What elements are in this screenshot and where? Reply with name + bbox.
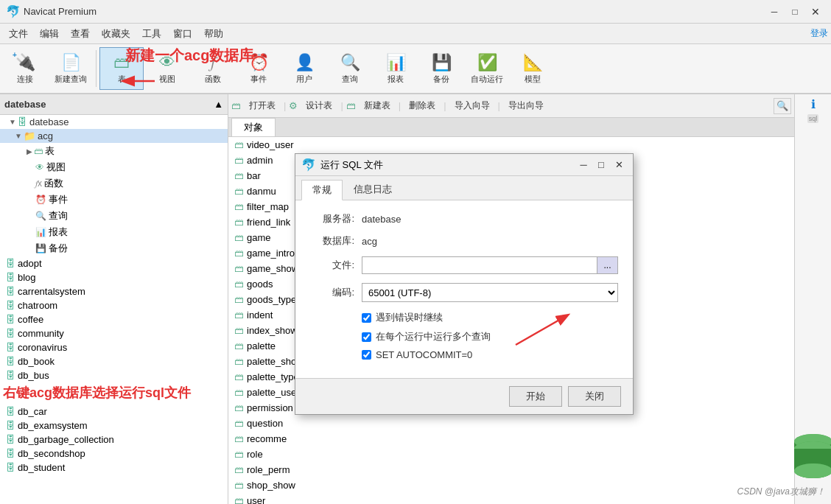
tree-acg-backup[interactable]: 💾 备份 (0, 240, 228, 256)
info-icon[interactable]: ℹ (811, 97, 816, 111)
delete-table-button[interactable]: 删除表 (404, 97, 441, 114)
menu-view[interactable]: 查看 (65, 25, 96, 43)
list-item-shop-show[interactable]: 🗃 shop_show (228, 477, 794, 493)
encoding-select[interactable]: 65001 (UTF-8) (362, 283, 618, 302)
menu-edit[interactable]: 编辑 (34, 25, 65, 43)
new-query-button[interactable]: 📄 新建查询 (49, 47, 93, 90)
autorun-button[interactable]: ✅ 自动运行 (465, 47, 509, 90)
table-item-icon: 🗃 (234, 139, 244, 150)
table-item-label: permission (247, 402, 293, 413)
list-item[interactable]: 🗃 role_perm (228, 462, 794, 477)
menu-favorites[interactable]: 收藏夹 (96, 25, 136, 43)
table-item-label: palette_user (247, 387, 300, 398)
menu-window[interactable]: 窗口 (167, 25, 198, 43)
report-button[interactable]: 📊 报表 (374, 47, 418, 90)
dialog-tab-general[interactable]: 常规 (301, 180, 343, 200)
model-button[interactable]: 📐 模型 (511, 47, 555, 90)
close-dialog-button[interactable]: 关闭 (568, 386, 621, 407)
design-table-button[interactable]: 设计表 (301, 97, 337, 114)
list-item[interactable]: 🗃 role (228, 447, 794, 462)
tree-coffee[interactable]: 🗄 coffee (0, 312, 228, 326)
file-browse-button[interactable]: ... (597, 256, 618, 274)
backup-button[interactable]: 💾 备份 (419, 47, 463, 90)
tree-db-examsystem[interactable]: 🗄 db_examsystem (0, 419, 228, 433)
tree-db-secondshop[interactable]: 🗄 db_secondshop (0, 447, 228, 461)
run-multiple-queries-checkbox[interactable] (362, 332, 371, 342)
event-tree-icon: ⏰ (35, 195, 46, 205)
tree-acg-view[interactable]: 👁 视图 (0, 159, 228, 175)
dialog-close-button[interactable]: ✕ (611, 157, 627, 173)
db-book-icon: 🗄 (6, 356, 15, 367)
autocommit-checkbox[interactable] (362, 350, 371, 360)
tree-chatroom[interactable]: 🗄 chatroom (0, 298, 228, 312)
user-button[interactable]: 👤 用户 (282, 47, 326, 90)
tree-acg[interactable]: ▼ 📁 acg (0, 129, 228, 143)
table-button[interactable]: 🗃 表 (99, 47, 144, 90)
minimize-button[interactable]: ─ (765, 5, 784, 18)
list-item[interactable]: 🗃 recomme (228, 431, 794, 447)
db-3d-icon (791, 433, 832, 486)
table-item-icon: 🗃 (234, 464, 244, 475)
coffee-db-icon: 🗄 (6, 314, 15, 325)
tree-table-label: 表 (45, 144, 55, 158)
event-label: 事件 (250, 74, 267, 85)
new-table-button[interactable]: 新建表 (359, 97, 396, 114)
function-button[interactable]: 𝑓 函数 (191, 47, 235, 90)
backup-tree-icon: 💾 (35, 243, 46, 253)
tree-community[interactable]: 🗄 community (0, 326, 228, 340)
sidebar-collapse-icon[interactable]: ▲ (214, 99, 223, 110)
tree-db-book[interactable]: 🗄 db_book (0, 354, 228, 368)
connect-button[interactable]: 🔌 连接 + (3, 47, 47, 90)
tree-db-bus[interactable]: 🗄 db_bus (0, 368, 228, 382)
dialog-tab-log[interactable]: 信息日志 (343, 179, 403, 200)
checkbox-row-3: SET AUTOCOMMIT=0 (310, 349, 618, 360)
expand-datebase-icon[interactable]: ▼ (9, 118, 16, 126)
tree-acg-table[interactable]: ▶ 🗃 表 (0, 143, 228, 159)
tree-acg-report[interactable]: 📊 报表 (0, 224, 228, 240)
import-wizard-button[interactable]: 导入向导 (449, 97, 495, 114)
close-button[interactable]: ✕ (806, 5, 825, 18)
object-tab[interactable]: 对象 (231, 118, 276, 136)
dialog-minimize-button[interactable]: ─ (575, 157, 592, 173)
event-button[interactable]: ⏰ 事件 (236, 47, 281, 90)
search-button[interactable]: 🔍 (774, 98, 791, 114)
menu-tools[interactable]: 工具 (136, 25, 167, 43)
tree-acg-event[interactable]: ⏰ 事件 (0, 192, 228, 208)
open-table-button[interactable]: 打开表 (244, 97, 281, 114)
tree-acg-func[interactable]: 𝑓x 函数 (0, 175, 228, 192)
table-item-icon: 🗃 (234, 449, 244, 460)
tree-coffee-label: coffee (18, 314, 43, 325)
db-student-icon: 🗄 (6, 462, 15, 473)
list-item[interactable]: 🗃 user (228, 493, 794, 504)
view-button[interactable]: 👁 视图 (145, 47, 189, 90)
menu-file[interactable]: 文件 (3, 25, 34, 43)
tree-adopt[interactable]: 🗄 adopt (0, 256, 228, 270)
expand-table-icon[interactable]: ▶ (27, 147, 32, 155)
list-item[interactable]: 🗃 video_user (228, 137, 794, 153)
table-item-icon: 🗃 (234, 294, 244, 305)
menu-help[interactable]: 帮助 (198, 25, 229, 43)
maximize-button[interactable]: □ (785, 5, 804, 18)
tree-carrentalsystem[interactable]: 🗄 carrentalsystem (0, 284, 228, 298)
expand-acg-icon[interactable]: ▼ (15, 132, 22, 140)
tree-acg-query[interactable]: 🔍 查询 (0, 208, 228, 224)
login-link[interactable]: 登录 (810, 27, 828, 40)
tree-func-label: 函数 (44, 177, 63, 190)
table-item-label: user (247, 495, 265, 504)
query-button[interactable]: 🔍 查询 (328, 47, 372, 90)
dialog-maximize-button[interactable]: □ (593, 157, 609, 173)
tree-db-bus-label: db_bus (18, 370, 49, 381)
start-button[interactable]: 开始 (509, 386, 562, 407)
tree-db-car[interactable]: 🗄 db_car (0, 405, 228, 419)
tree-blog[interactable]: 🗄 blog (0, 270, 228, 284)
tree-db-garbage[interactable]: 🗄 db_garbage_collection (0, 433, 228, 447)
file-input[interactable] (362, 256, 597, 274)
tree-db-secondshop-label: db_secondshop (18, 448, 85, 459)
table-item-label: palette (247, 340, 276, 351)
export-wizard-button[interactable]: 导出向导 (503, 97, 549, 114)
list-item[interactable]: 🗃 question (228, 416, 794, 431)
tree-db-student[interactable]: 🗄 db_student (0, 461, 228, 475)
continue-on-error-checkbox[interactable] (362, 313, 371, 323)
tree-datebase[interactable]: ▼ 🗄 datebase (0, 115, 228, 129)
tree-coronavirus[interactable]: 🗄 coronavirus (0, 340, 228, 354)
